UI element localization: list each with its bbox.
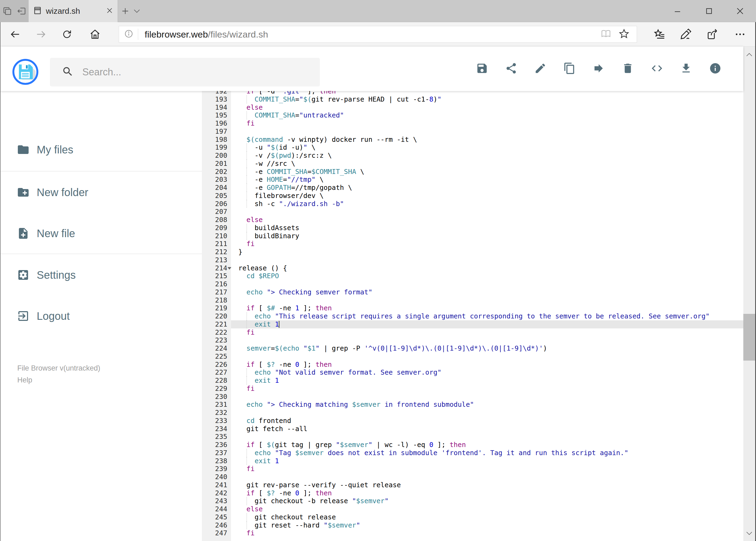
- code-text[interactable]: echo "> Checking semver format": [231, 288, 743, 296]
- code-line[interactable]: 241 git rev-parse --verify --quiet relea…: [202, 481, 743, 489]
- code-text[interactable]: [231, 256, 743, 264]
- sidebar-item-new-folder[interactable]: New folder: [1, 182, 202, 202]
- help-link[interactable]: Help: [17, 374, 101, 386]
- code-line[interactable]: 221 exit 1: [202, 320, 743, 328]
- line-number[interactable]: 219: [202, 304, 231, 312]
- code-line[interactable]: 202 -e COMMIT_SHA=$COMMIT_SHA \: [202, 168, 743, 176]
- code-line[interactable]: 215 cd $REPO: [202, 272, 743, 280]
- code-line[interactable]: 200 -v /$(pwd):/src:z \: [202, 152, 743, 160]
- code-line[interactable]: 227 echo "Not valid semver format. See s…: [202, 368, 743, 376]
- favorites-hub-icon[interactable]: [653, 28, 666, 41]
- line-number[interactable]: 192: [202, 91, 231, 95]
- code-text[interactable]: exit 1: [231, 320, 743, 328]
- share-page-icon[interactable]: [706, 28, 719, 41]
- code-line[interactable]: 217 echo "> Checking semver format": [202, 288, 743, 296]
- line-number[interactable]: 220: [202, 312, 231, 320]
- line-number[interactable]: 242: [202, 489, 231, 497]
- code-text[interactable]: fi: [231, 465, 743, 473]
- line-number[interactable]: 210: [202, 232, 231, 240]
- code-text[interactable]: fi: [231, 385, 743, 393]
- line-number[interactable]: 246: [202, 521, 231, 529]
- line-number[interactable]: 205: [202, 192, 231, 200]
- code-text[interactable]: echo "Tag $semver does not exist in subm…: [231, 449, 743, 457]
- code-line[interactable]: 214release () {: [202, 264, 743, 272]
- code-line[interactable]: 246 git reset --hard "$semver": [202, 521, 743, 529]
- filebrowser-logo[interactable]: [12, 59, 38, 85]
- line-number[interactable]: 234: [202, 425, 231, 433]
- code-line[interactable]: 222 fi: [202, 328, 743, 336]
- tab-close-icon[interactable]: [106, 7, 114, 15]
- refresh-icon[interactable]: [61, 28, 73, 40]
- code-line[interactable]: 199 -u "$(id -u)" \: [202, 144, 743, 152]
- code-line[interactable]: 236 if [ $(git tag | grep "$semver" | wc…: [202, 441, 743, 449]
- code-line[interactable]: 198 $(command -v winpty) docker run --rm…: [202, 136, 743, 144]
- code-line[interactable]: 211 fi: [202, 240, 743, 248]
- code-text[interactable]: -w //src \: [231, 160, 743, 168]
- code-line[interactable]: 226 if [ $? -ne 0 ]; then: [202, 360, 743, 369]
- code-text[interactable]: [231, 208, 743, 216]
- code-text[interactable]: semver=$(echo "$1" | grep -P '^v(0|[1-9]…: [231, 344, 743, 352]
- line-number[interactable]: 225: [202, 352, 231, 360]
- window-minimize-button[interactable]: [663, 0, 691, 22]
- line-number[interactable]: 235: [202, 433, 231, 441]
- delete-button[interactable]: [613, 54, 642, 84]
- code-line[interactable]: 231 echo "> Checking matching $semver in…: [202, 400, 743, 409]
- home-icon[interactable]: [89, 28, 101, 40]
- line-number[interactable]: 228: [202, 376, 231, 385]
- code-line[interactable]: 208 else: [202, 216, 743, 224]
- window-maximize-button[interactable]: [695, 0, 723, 22]
- line-number[interactable]: 247: [202, 529, 231, 537]
- line-number[interactable]: 222: [202, 328, 231, 336]
- browser-tab[interactable]: wizard.sh: [29, 0, 118, 22]
- code-text[interactable]: else: [231, 104, 743, 112]
- line-number[interactable]: 197: [202, 128, 231, 136]
- line-number[interactable]: 204: [202, 184, 231, 192]
- code-text[interactable]: echo "> Checking matching $semver in fro…: [231, 400, 743, 409]
- code-text[interactable]: [231, 352, 743, 360]
- site-info-icon[interactable]: [124, 29, 133, 40]
- code-text[interactable]: if [ -d ".git" ]; then: [231, 91, 743, 95]
- line-number[interactable]: 214: [202, 264, 231, 272]
- code-line[interactable]: 210 buildBinary: [202, 232, 743, 240]
- window-close-button[interactable]: [726, 0, 754, 22]
- line-number[interactable]: 230: [202, 393, 231, 401]
- code-text[interactable]: [231, 128, 743, 136]
- code-text[interactable]: exit 1: [231, 376, 743, 385]
- code-line[interactable]: 247 fi: [202, 529, 743, 537]
- code-text[interactable]: [231, 336, 743, 344]
- set-tabs-aside-icon[interactable]: [17, 6, 26, 16]
- code-line[interactable]: 205 filebrowser/dev \: [202, 192, 743, 200]
- line-number[interactable]: 237: [202, 449, 231, 457]
- web-notes-pen-icon[interactable]: [679, 28, 692, 41]
- code-text[interactable]: exit 1: [231, 457, 743, 465]
- code-text[interactable]: git rev-parse --verify --quiet release: [231, 481, 743, 489]
- line-number[interactable]: 221: [202, 320, 231, 328]
- tab-list-chevron-icon[interactable]: [133, 8, 141, 15]
- share-button[interactable]: [497, 54, 526, 84]
- code-text[interactable]: -u "$(id -u)" \: [231, 144, 743, 152]
- code-line[interactable]: 223: [202, 336, 743, 344]
- code-text[interactable]: git fetch --all: [231, 425, 743, 433]
- tab-preview-icon[interactable]: [2, 6, 12, 16]
- code-line[interactable]: 213: [202, 256, 743, 264]
- code-text[interactable]: release () {: [231, 264, 743, 272]
- line-number[interactable]: 238: [202, 457, 231, 465]
- rename-button[interactable]: [526, 54, 555, 84]
- code-editor[interactable]: 192 if [ -d ".git" ]; then193 COMMIT_SHA…: [202, 91, 743, 541]
- line-number[interactable]: 194: [202, 104, 231, 112]
- code-line[interactable]: 195 COMMIT_SHA="untracked": [202, 111, 743, 119]
- code-text[interactable]: else: [231, 216, 743, 224]
- reading-view-icon[interactable]: [601, 28, 611, 40]
- code-line[interactable]: 203 -e HOME="//tmp" \: [202, 176, 743, 184]
- line-number[interactable]: 244: [202, 505, 231, 513]
- line-number[interactable]: 243: [202, 497, 231, 505]
- line-number[interactable]: 233: [202, 417, 231, 425]
- code-line[interactable]: 193 COMMIT_SHA="$(git rev-parse HEAD | c…: [202, 95, 743, 104]
- save-button[interactable]: [467, 54, 497, 84]
- line-number[interactable]: 212: [202, 248, 231, 256]
- code-text[interactable]: git checkout release: [231, 513, 743, 521]
- forward-icon[interactable]: [35, 28, 47, 40]
- search-box[interactable]: [50, 58, 320, 86]
- scrollbar-thumb[interactable]: [743, 314, 755, 360]
- code-line[interactable]: 206 sh -c "./wizard.sh -b": [202, 200, 743, 208]
